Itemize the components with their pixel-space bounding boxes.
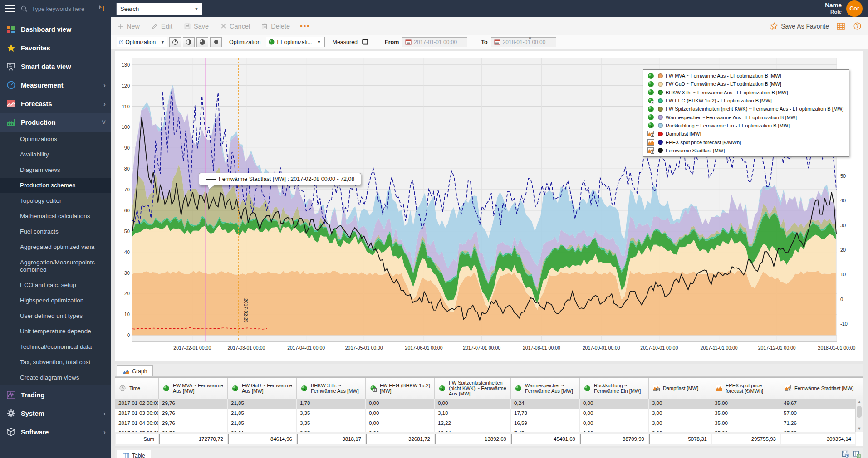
sidebar-item-dashboard-view[interactable]: Dashboard view bbox=[0, 20, 111, 39]
sidebar-item-create-diagram-views[interactable]: Create diagram views bbox=[0, 370, 111, 385]
edit-button[interactable]: Edit bbox=[152, 23, 172, 30]
save-button[interactable]: Save bbox=[184, 23, 209, 30]
export-table-icon[interactable] bbox=[853, 450, 861, 458]
avatar[interactable]: Cor bbox=[846, 0, 863, 17]
sidebar-item-aggregated-optimized-varia[interactable]: Aggregated optimized varia bbox=[0, 239, 111, 255]
table-scrollbar[interactable]: ▲ ▼ bbox=[855, 399, 863, 432]
chevron-down-icon[interactable]: ▼ bbox=[191, 6, 202, 11]
sidebar-item-highspeed-optimization[interactable]: Highspeed optimization bbox=[0, 293, 111, 308]
column-header-time[interactable]: Time bbox=[115, 378, 159, 399]
sidebar-item-label: Trading bbox=[21, 391, 44, 399]
scroll-thumb[interactable] bbox=[857, 406, 862, 418]
legend-item[interactable]: EPEX spot price forecast [€/MWh] bbox=[646, 138, 846, 146]
sidebar-item-production-schemes[interactable]: Production schemes bbox=[0, 178, 111, 193]
to-date-input[interactable]: 2018-01-01 00:00 bbox=[491, 37, 556, 47]
legend-label: Fernwärme Stadtlast [MW] bbox=[666, 148, 725, 153]
sidebar-item-measurement[interactable]: Measurement› bbox=[0, 76, 111, 94]
column-header-series-4[interactable]: FW EEG (BHKW 1u.2) [MW] bbox=[366, 378, 435, 399]
cancel-button[interactable]: Cancel bbox=[221, 23, 250, 30]
from-date-input[interactable]: 2017-01-01 00:00 bbox=[402, 37, 467, 47]
interval-button-1[interactable] bbox=[169, 37, 181, 47]
sidebar-item-unit-temperature-depende[interactable]: Unit temperature depende bbox=[0, 324, 111, 339]
measured-label: Measured bbox=[332, 39, 358, 45]
sidebar-item-aggregation-measurepoints-combined[interactable]: Aggregation/Measurepoints combined bbox=[0, 255, 111, 278]
legend-item[interactable]: FW GuD ~ Fernwärme Aus - LT optimization… bbox=[646, 80, 846, 88]
sidebar-item-forecasts[interactable]: Forecasts› bbox=[0, 94, 111, 113]
legend-color-dot bbox=[658, 132, 663, 136]
legend-item[interactable]: FW Spitzenlasteinheiten (nicht KWK) ~ Fe… bbox=[646, 105, 846, 113]
new-button[interactable]: New bbox=[117, 23, 140, 30]
pin-favorites-icon[interactable] bbox=[98, 4, 107, 13]
cell-time: 2017-01-03 00:00 bbox=[115, 409, 159, 419]
legend-item[interactable]: Rückkühlung ~ Fernwärme Ein - LT optimiz… bbox=[646, 122, 846, 130]
interval-button-2[interactable] bbox=[183, 37, 195, 47]
help-icon[interactable]: ? bbox=[853, 22, 862, 31]
sidebar-item-trading[interactable]: Trading bbox=[0, 385, 111, 404]
sum-value: 5078,31 bbox=[649, 434, 711, 444]
sphere-icon bbox=[269, 39, 275, 45]
sidebar-item-fuel-contracts[interactable]: Fuel contracts bbox=[0, 224, 111, 239]
sidebar-item-system[interactable]: System› bbox=[0, 404, 111, 423]
sphere-icon bbox=[646, 71, 655, 80]
column-header-series-7[interactable]: Rückkühlung ~ Fernwärme Ein [MW] bbox=[580, 378, 649, 399]
scroll-down-arrow[interactable]: ▼ bbox=[856, 425, 863, 432]
column-header-series-9[interactable]: EPEX spot price forecast [€/MWh] bbox=[711, 378, 780, 399]
column-header-series-2[interactable]: FW GuD ~ Fernwärme Aus [MW] bbox=[228, 378, 297, 399]
column-header-series-5[interactable]: FW Spitzenlasteinheiten (nicht KWK) ~ Fe… bbox=[435, 378, 511, 399]
legend-item[interactable]: BHKW 3 th. ~ Fernwärme Aus - LT optimiza… bbox=[646, 88, 846, 97]
scroll-up-arrow[interactable]: ▲ bbox=[856, 399, 863, 405]
sidebar-item-smart-data-view[interactable]: Smart data view bbox=[0, 57, 111, 76]
sidebar-item-user-defined-unit-types[interactable]: User defined unit types bbox=[0, 308, 111, 324]
sidebar-item-favorites[interactable]: Favorites bbox=[0, 39, 111, 57]
column-header-label: Time bbox=[129, 385, 140, 391]
interval-button-4[interactable] bbox=[210, 37, 222, 47]
delete-button[interactable]: Delete bbox=[262, 23, 290, 30]
view-mode-dropdown[interactable]: Optimization▼ bbox=[117, 37, 167, 47]
table-row[interactable]: 2017-01-02 00:0029,7621,851,780,000,000,… bbox=[115, 399, 863, 409]
sidebar-item-tax-subvention-total-cost[interactable]: Tax, subvention, total cost bbox=[0, 355, 111, 370]
legend-item[interactable]: Wärmespeicher ~ Fernwärme Aus - LT optim… bbox=[646, 113, 846, 121]
sidebar-item-topology-editor[interactable]: Topology editor bbox=[0, 193, 111, 209]
sidebar-item-software[interactable]: Software› bbox=[0, 423, 111, 441]
legend-item[interactable]: FW MVA ~ Fernwärme Aus - LT optimization… bbox=[646, 72, 846, 80]
sidebar-item-diagram-views[interactable]: Diagram views bbox=[0, 162, 111, 178]
sidebar-item-technical-economical-data[interactable]: Technical/economical data bbox=[0, 339, 111, 355]
sidebar-search[interactable]: Type keywords here bbox=[20, 4, 93, 13]
table-row[interactable]: 2017-01-04 00:0029,7621,853,350,0012,221… bbox=[115, 419, 863, 429]
legend-item[interactable]: Fernwärme Stadtlast [MW] bbox=[646, 146, 846, 155]
column-header-series-1[interactable]: FW MVA ~ Fernwärme Aus [MW] bbox=[159, 378, 228, 399]
cell-value: 3,18 bbox=[435, 409, 511, 419]
sidebar-item-mathematical-calculations[interactable]: Mathematical calculations bbox=[0, 209, 111, 224]
collapse-panel-arrow[interactable]: ▼ bbox=[528, 36, 532, 41]
save-as-favorite-button[interactable]: Save As Favorite bbox=[770, 22, 829, 30]
column-header-series-8[interactable]: Dampflast [MW] bbox=[649, 378, 711, 399]
legend-item[interactable]: FW EEG (BHKW 1u.2) - LT optimization B [… bbox=[646, 97, 846, 105]
sphere-icon bbox=[230, 384, 240, 393]
calendar-icon bbox=[405, 39, 412, 45]
column-header-label: Wärmespeicher ~ Fernwärme Aus [MW] bbox=[525, 383, 578, 394]
tab-table[interactable]: Table bbox=[117, 450, 151, 458]
table-row[interactable]: 2017-01-03 00:0029,7621,853,350,003,1817… bbox=[115, 409, 863, 419]
more-options-button[interactable]: ••• bbox=[300, 22, 310, 30]
hamburger-menu-icon[interactable] bbox=[5, 5, 15, 12]
legend-item[interactable]: Dampflast [MW] bbox=[646, 130, 846, 138]
sidebar-item-optimizations[interactable]: Optimizations bbox=[0, 132, 111, 147]
tab-graph[interactable]: Graph bbox=[117, 365, 153, 376]
interval-button-3[interactable] bbox=[196, 37, 208, 47]
column-header-series-6[interactable]: Wärmespeicher ~ Fernwärme Aus [MW] bbox=[511, 378, 580, 399]
grid-view-icon[interactable] bbox=[836, 22, 845, 31]
optimization-dropdown[interactable]: LT optimizati...▼ bbox=[266, 37, 325, 47]
export-save-icon[interactable] bbox=[842, 450, 849, 458]
pencil-icon bbox=[152, 23, 158, 29]
sum-value: 172770,72 bbox=[159, 434, 227, 444]
sidebar-item-production[interactable]: Production˅ bbox=[0, 113, 111, 132]
measured-toggle-icon[interactable] bbox=[360, 38, 369, 47]
right-axis-tick: 50 bbox=[840, 173, 846, 179]
sidebar-item-availability[interactable]: Availability bbox=[0, 147, 111, 162]
sidebar-item-eco-and-calc-setup[interactable]: ECO and calc. setup bbox=[0, 278, 111, 293]
column-header-series-3[interactable]: BHKW 3 th. ~ Fernwärme Aus [MW] bbox=[297, 378, 366, 399]
plus-icon bbox=[117, 23, 123, 29]
column-header-series-10[interactable]: Fernwärme Stadtlast [MW] bbox=[780, 378, 863, 399]
left-axis-tick: 50 bbox=[124, 229, 130, 234]
global-search-combobox[interactable]: Search ▼ bbox=[116, 3, 202, 15]
